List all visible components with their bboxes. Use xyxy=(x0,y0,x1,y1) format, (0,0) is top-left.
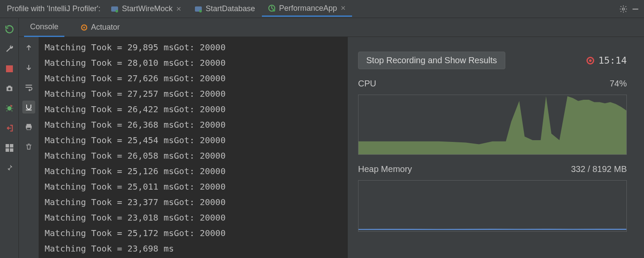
svg-rect-17 xyxy=(27,124,31,126)
stop-recording-button[interactable]: Stop Recording and Show Results xyxy=(358,52,505,69)
cpu-value: 74% xyxy=(610,79,627,89)
tab-console[interactable]: Console xyxy=(24,18,64,37)
svg-rect-7 xyxy=(632,9,638,9)
profiler-panel: Stop Recording and Show Results 15:14 CP… xyxy=(348,37,644,258)
svg-point-1 xyxy=(115,10,118,12)
sub-tabs: Console Actuator xyxy=(19,18,644,37)
svg-marker-20 xyxy=(358,96,626,154)
heap-label: Heap Memory xyxy=(358,164,412,174)
run-config-tabs: StartWireMock ✕ StartDatabase Performanc… xyxy=(105,1,352,17)
minimize-icon[interactable] xyxy=(629,3,641,15)
run-tab-label: StartWireMock xyxy=(122,4,173,13)
svg-rect-12 xyxy=(10,144,13,147)
tab-actuator[interactable]: Actuator xyxy=(75,18,126,36)
profiler-run-icon xyxy=(268,4,276,12)
record-icon xyxy=(586,57,594,64)
cpu-chart xyxy=(358,95,627,155)
gear-icon[interactable] xyxy=(617,3,629,15)
close-icon[interactable]: ✕ xyxy=(176,5,182,13)
svg-point-5 xyxy=(273,9,275,12)
svg-point-6 xyxy=(623,8,625,10)
left-gutter xyxy=(0,18,19,258)
svg-rect-13 xyxy=(6,148,9,152)
tab-actuator-label: Actuator xyxy=(91,23,120,32)
elapsed-time: 15:14 xyxy=(598,55,627,66)
main-class-icon xyxy=(194,5,202,13)
heap-value: 332 / 8192 MB xyxy=(571,164,627,174)
wrench-icon[interactable] xyxy=(3,43,15,55)
svg-point-10 xyxy=(7,106,12,111)
stop-icon[interactable] xyxy=(3,63,15,75)
camera-icon[interactable] xyxy=(3,83,15,95)
cpu-label: CPU xyxy=(358,79,376,89)
pin-icon[interactable] xyxy=(3,162,15,174)
svg-rect-8 xyxy=(6,65,13,72)
svg-rect-11 xyxy=(6,144,9,147)
run-tab-performanceapp[interactable]: PerformanceApp ✕ xyxy=(262,1,352,17)
svg-rect-19 xyxy=(27,128,31,130)
main-class-icon xyxy=(111,5,118,13)
arrow-up-icon[interactable] xyxy=(22,41,35,54)
svg-point-9 xyxy=(8,88,11,90)
top-bar: Profile with 'IntelliJ Profiler': StartW… xyxy=(0,0,644,18)
rerun-icon[interactable] xyxy=(3,23,15,35)
scroll-to-end-icon[interactable] xyxy=(22,101,35,114)
heap-chart xyxy=(358,180,627,232)
run-tab-startwiremock[interactable]: StartWireMock ✕ xyxy=(105,1,188,17)
run-tab-label: PerformanceApp xyxy=(279,4,337,13)
bug-profile-icon[interactable] xyxy=(3,102,15,114)
console-output[interactable]: Matching Took = 29,895 msGot: 20000 Matc… xyxy=(39,37,348,258)
exit-icon[interactable] xyxy=(3,122,15,134)
layout-icon[interactable] xyxy=(3,142,15,154)
svg-point-3 xyxy=(199,10,202,12)
svg-rect-14 xyxy=(10,148,13,152)
print-icon[interactable] xyxy=(22,120,35,133)
trash-icon[interactable] xyxy=(22,140,35,153)
svg-point-16 xyxy=(83,27,85,28)
recording-time: 15:14 xyxy=(586,55,627,66)
soft-wrap-icon[interactable] xyxy=(22,81,35,94)
console-toolbar xyxy=(19,37,39,258)
actuator-icon xyxy=(81,24,88,31)
arrow-down-icon[interactable] xyxy=(22,61,35,74)
run-tab-startdatabase[interactable]: StartDatabase xyxy=(188,1,261,17)
profiler-label: Profile with 'IntelliJ Profiler': xyxy=(3,4,105,13)
run-tab-label: StartDatabase xyxy=(206,4,255,13)
close-icon[interactable]: ✕ xyxy=(340,4,346,12)
